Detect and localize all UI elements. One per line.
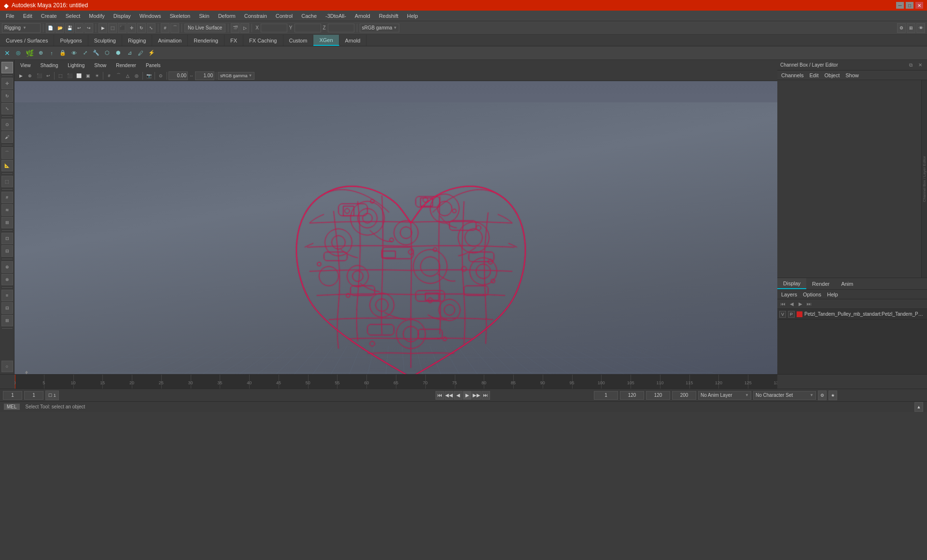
cb-menu-edit[interactable]: Edit — [807, 72, 820, 79]
vp-menu-renderer[interactable]: Renderer — [113, 62, 139, 69]
ipr-render-button[interactable]: ▷ — [240, 23, 249, 33]
le-menu-layers[interactable]: Layers — [779, 291, 799, 298]
vp-menu-shading[interactable]: Shading — [38, 62, 61, 69]
frame-all-tool[interactable]: ⊡ — [1, 233, 13, 244]
menu-deform[interactable]: Deform — [214, 12, 239, 20]
tab-animation[interactable]: Animation — [152, 35, 188, 46]
open-file-button[interactable]: 📂 — [56, 23, 64, 33]
le-menu-options[interactable]: Options — [801, 291, 823, 298]
menu-help[interactable]: Help — [403, 12, 422, 20]
range-end-input[interactable] — [620, 391, 644, 400]
prev-frame-button[interactable]: ◀ — [454, 391, 463, 400]
extra-tool-4[interactable]: ⊟ — [1, 302, 13, 314]
xgen-tool-2[interactable]: ◎ — [13, 48, 24, 58]
rotate-tool-button[interactable]: ↻ — [137, 23, 146, 33]
vp-isolate-btn[interactable]: ⊙ — [156, 71, 165, 80]
xgen-tool-9[interactable]: 🔧 — [91, 48, 101, 58]
playback-end-input[interactable] — [672, 391, 696, 400]
frame-start-input[interactable] — [3, 391, 22, 400]
undo-button[interactable]: ↩ — [75, 23, 84, 33]
maximize-button[interactable]: □ — [906, 2, 913, 9]
timeline-main[interactable]: 0510152025303540455055606570758085909510… — [14, 375, 777, 389]
vp-far-clip-input[interactable] — [195, 71, 214, 80]
menu-skin[interactable]: Skin — [195, 12, 213, 20]
menu-windows[interactable]: Windows — [136, 12, 165, 20]
extra-tool-1[interactable]: ⊕ — [1, 261, 13, 273]
menu-skeleton[interactable]: Skeleton — [166, 12, 194, 20]
playback-start-input[interactable] — [646, 391, 670, 400]
xgen-tool-11[interactable]: ⬢ — [113, 48, 124, 58]
le-tab-render[interactable]: Render — [806, 278, 835, 289]
tab-curves-surfaces[interactable]: Curves / Surfaces — [0, 35, 54, 46]
tab-custom[interactable]: Custom — [283, 35, 314, 46]
vp-gamma-box[interactable]: sRGB gamma ▼ — [218, 72, 254, 80]
xgen-tool-13[interactable]: 🖊 — [135, 48, 146, 58]
vp-menu-show[interactable]: Show — [91, 62, 109, 69]
view-button[interactable]: 👁 — [916, 23, 925, 33]
menu-cache[interactable]: Cache — [297, 12, 321, 20]
settings-button[interactable]: ⚙ — [897, 23, 906, 33]
le-tab-anim[interactable]: Anim — [835, 278, 859, 289]
extra-tool-3[interactable]: ≡ — [1, 290, 13, 301]
save-file-button[interactable]: 💾 — [65, 23, 74, 33]
layer-visibility-v[interactable]: V — [779, 311, 786, 318]
y-coordinate-input[interactable] — [295, 24, 321, 32]
vp-select-tool[interactable]: ▶ — [16, 71, 25, 80]
mel-indicator[interactable]: MEL — [4, 404, 20, 410]
tab-sculpting[interactable]: Sculpting — [88, 35, 122, 46]
le-tab-display[interactable]: Display — [777, 278, 806, 289]
tab-rigging[interactable]: Rigging — [122, 35, 152, 46]
vp-texture-btn[interactable]: ▣ — [84, 71, 92, 80]
character-set-dropdown[interactable]: No Character Set ▼ — [753, 391, 816, 400]
close-button[interactable]: ✕ — [915, 2, 923, 9]
vp-wireframe-btn[interactable]: ⬚ — [56, 71, 65, 80]
new-file-button[interactable]: 📄 — [46, 23, 55, 33]
no-live-surface-indicator[interactable]: No Live Surface — [184, 24, 225, 32]
xgen-tool-6[interactable]: 🔒 — [57, 48, 68, 58]
menu-redshift[interactable]: Redshift — [375, 12, 402, 20]
vp-paint-tool[interactable]: ⬛ — [35, 71, 43, 80]
cb-menu-channels[interactable]: Channels — [779, 72, 805, 79]
prev-key-button[interactable]: ◀◀ — [445, 391, 453, 400]
menu-modify[interactable]: Modify — [85, 12, 108, 20]
layer-row-main[interactable]: V P Petzl_Tandem_Pulley_mb_standart:Petz… — [777, 309, 927, 320]
render-button[interactable]: 🎬 — [231, 23, 239, 33]
menu-control[interactable]: Control — [272, 12, 296, 20]
vp-smooth-btn[interactable]: ⬛ — [65, 71, 74, 80]
workspace-dropdown[interactable]: Rigging ▼ — [2, 23, 41, 33]
anim-layer-dropdown[interactable]: No Anim Layer ▼ — [698, 391, 751, 400]
paint-tool-button[interactable]: ⬛ — [118, 23, 126, 33]
xgen-tool-7[interactable]: 👁 — [69, 48, 79, 58]
tab-fx-caching[interactable]: FX Caching — [243, 35, 283, 46]
frame-selected-tool[interactable]: ⊟ — [1, 245, 13, 257]
vp-lights-btn[interactable]: ☀ — [93, 71, 101, 80]
lasso-tool-button[interactable]: ⬚ — [108, 23, 117, 33]
menu-create[interactable]: Create — [37, 12, 61, 20]
viewport-canvas[interactable]: persp X Y — [14, 102, 777, 374]
select-tool[interactable]: ▶ — [1, 62, 13, 73]
move-tool[interactable]: ✛ — [1, 78, 13, 89]
go-to-end-button[interactable]: ⏭ — [481, 391, 490, 400]
frame-checkbox-btn[interactable]: ☐ 1 — [45, 391, 59, 400]
vp-menu-lighting[interactable]: Lighting — [65, 62, 87, 69]
redo-button[interactable]: ↪ — [84, 23, 93, 33]
vp-menu-view[interactable]: View — [17, 62, 34, 69]
xgen-tool-1[interactable]: ✕ — [2, 48, 13, 58]
gamma-selector[interactable]: sRGB gamma ▼ — [360, 24, 400, 32]
char-set-settings-button[interactable]: ⚙ — [818, 391, 827, 400]
vp-poly-btn[interactable]: △ — [123, 71, 132, 80]
tab-fx[interactable]: FX — [225, 35, 243, 46]
xgen-tool-3[interactable]: 🌿 — [24, 48, 35, 58]
curve-tool[interactable]: ⌒ — [1, 147, 13, 159]
extra-tool-5[interactable]: ⊞ — [1, 315, 13, 326]
play-forward-button[interactable]: ▶ — [463, 391, 472, 400]
menu-file[interactable]: File — [2, 12, 18, 20]
cb-menu-show[interactable]: Show — [843, 72, 861, 79]
vp-grid-btn[interactable]: # — [105, 71, 113, 80]
extra-tool-2[interactable]: ⊗ — [1, 274, 13, 285]
vp-camera-btn[interactable]: 📷 — [144, 71, 153, 80]
viewport[interactable]: View Shading Lighting Show Renderer Pane… — [14, 60, 777, 374]
menu-constrain[interactable]: Constrain — [240, 12, 271, 20]
z-coordinate-input[interactable] — [328, 24, 354, 32]
paint-tool[interactable]: 🖌 — [1, 131, 13, 143]
